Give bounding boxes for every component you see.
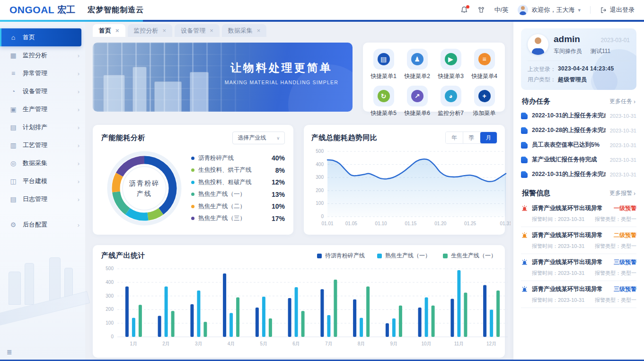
legend-dot <box>191 205 194 208</box>
period-toggle[interactable]: 年 <box>446 132 463 143</box>
theme-skin-icon[interactable] <box>477 6 485 14</box>
chart-play-icon: ▶ <box>445 53 457 65</box>
select-caret-icon: ∨ <box>276 136 280 141</box>
chevron-right-icon: › <box>78 178 79 185</box>
svg-text:2月: 2月 <box>162 341 170 346</box>
sidebar-item-label: 监控分析 <box>23 51 47 60</box>
chevron-right-icon: › <box>78 221 79 229</box>
refresh-doc-icon: ↻ <box>378 90 390 102</box>
chevron-right-icon: › <box>78 70 79 77</box>
page-tab[interactable]: 数据采集 × <box>222 24 267 37</box>
monitor-analysis-icon: ▦ <box>9 52 17 59</box>
quick-menu-label: 快捷菜单1 <box>367 72 400 80</box>
sidebar-item[interactable]: ◔ 设备管理 › <box>0 82 85 100</box>
selector-value: 选择产业线 <box>238 134 266 142</box>
sidebar-item[interactable]: ▥ 工艺管理 › <box>0 136 85 154</box>
quick-menu-item[interactable]: ↗ 快捷菜单6 <box>400 86 434 117</box>
logout-button[interactable]: 退出登录 <box>600 6 635 14</box>
equipment-manage-icon: ◔ <box>9 88 17 95</box>
todo-item[interactable]: 员工表表空值率已达到5% 2023-10-31 <box>521 138 636 152</box>
ongoal-logo: ONGOAL <box>9 4 54 16</box>
quick-menu-item[interactable]: ▶ 快捷菜单3 <box>434 49 468 80</box>
period-toggle[interactable]: 季 <box>463 132 480 143</box>
main-content: 首页 × 监控分析 × 设备管理 × 数据采集 × <box>85 22 513 360</box>
sidebar-item[interactable]: ⌂ 首页 <box>0 28 81 46</box>
sidebar-item[interactable]: ≡ 异常管理 › <box>0 64 85 82</box>
user-info-card: admin 2023-03-01 车间操作员 测试111 上次登录： 3023-… <box>521 28 636 90</box>
bar-chart-legend: 待沥青粉碎产线 熟焦生产线（一） 生焦生产线（一） <box>317 252 496 260</box>
chevron-right-icon: › <box>78 52 79 59</box>
bar-legend-item: 待沥青粉碎产线 <box>317 252 365 260</box>
todo-item[interactable]: 某产业线汇报任务待完成 2023-10-31 <box>521 152 636 167</box>
user-menu[interactable]: 欢迎你，王大海 ▾ <box>518 5 581 15</box>
svg-text:4月: 4月 <box>228 341 235 346</box>
quick-menu-label: 快捷菜单2 <box>400 72 434 80</box>
quick-menu-item[interactable]: + 添加菜单 <box>468 86 501 117</box>
donut-center-label: 沥青粉碎 产线 <box>101 145 187 231</box>
add-menu-icon: + <box>478 90 491 102</box>
close-icon[interactable]: × <box>210 27 213 34</box>
svg-text:01.25: 01.25 <box>464 221 476 226</box>
alarm-item[interactable]: 沥青产业线某环节出现异常 二级预警 报警时间：2023-10-31 报警类型：类… <box>521 227 636 254</box>
user-date: 2023-03-01 <box>601 37 630 44</box>
chevron-right-icon: › <box>634 190 635 197</box>
user-type-value: 超级管理员 <box>558 76 587 84</box>
energy-card-title: 产能能耗分析 <box>101 133 145 142</box>
alarm-item[interactable]: 沥青产业线某环节出现异常 一级预警 报警时间：2023-10-31 报警类型：类… <box>521 200 636 227</box>
sidebar-item[interactable]: ▣ 生产管理 › <box>0 100 85 118</box>
more-tasks-link[interactable]: 更多任务 › <box>609 97 635 106</box>
sidebar-item[interactable]: ◫ 平台建模 › <box>0 172 85 190</box>
notification-bell-icon[interactable] <box>460 6 468 14</box>
sidebar-item[interactable]: ⚙ 后台配置 › <box>0 216 85 234</box>
page-tab[interactable]: 监控分析 × <box>128 24 173 37</box>
collapse-sidebar-icon[interactable]: ≣ <box>7 348 12 356</box>
line-output-card: 产线产出统计 待沥青粉碎产线 熟焦生产线（一） <box>93 245 505 358</box>
quick-menu-item[interactable]: ▤ 快捷菜单1 <box>367 49 400 80</box>
language-toggle[interactable]: 中/英 <box>494 6 509 14</box>
header-divider <box>590 6 591 14</box>
sidebar-item[interactable]: ▤ 日志管理 › <box>0 190 85 208</box>
page-tab[interactable]: 首页 × <box>93 24 125 37</box>
alarm-item[interactable]: 沥青产业线某环节出现异常 三级预警 报警时间：2023-10-31 报警类型：类… <box>521 254 636 281</box>
quick-menu-item[interactable]: ≡ 快捷菜单4 <box>468 49 501 80</box>
page-tab[interactable]: 设备管理 × <box>175 24 220 37</box>
svg-text:8月: 8月 <box>358 341 365 346</box>
legend-item: 生焦投料、烘干产线 8% <box>191 166 285 174</box>
sidebar-item-label: 日志管理 <box>23 195 47 203</box>
sidebar-item[interactable]: ◎ 数据采集 › <box>0 154 85 172</box>
quick-menu-item[interactable]: ♟ 快捷菜单2 <box>400 49 434 80</box>
period-toggle[interactable]: 月 <box>480 132 497 143</box>
sidebar-item-label: 生产管理 <box>23 105 47 114</box>
donut-legend: 沥青粉碎产线 40% 生焦投料、烘干产线 8% <box>191 154 285 223</box>
close-icon[interactable]: × <box>163 27 167 34</box>
svg-text:12月: 12月 <box>486 341 496 346</box>
alarm-item[interactable]: 沥青产业线某环节出现异常 三级预警 报警时间：2023-10-31 报警类型：类… <box>521 281 636 308</box>
legend-item: 熟焦生产线（一） 13% <box>191 190 285 198</box>
period-toggle-group: 年 季 月 <box>445 132 497 144</box>
ongoal-logo-cn: 宏工 <box>57 4 75 16</box>
alarm-level-badge: 三级预警 <box>614 258 636 266</box>
line-selector-dropdown[interactable]: 选择产业线 ∨ <box>232 132 285 144</box>
sidebar-item[interactable]: ▤ 计划排产 › <box>0 118 85 136</box>
close-icon[interactable]: × <box>115 27 119 34</box>
svg-text:0: 0 <box>111 334 114 339</box>
process-manage-icon: ▥ <box>9 141 17 149</box>
todo-item[interactable]: 2022-10-28的上报任务未完成 2023-10-31 <box>521 123 636 138</box>
quick-menu-label: 快捷菜单4 <box>468 72 501 80</box>
sidebar-item[interactable]: ▦ 监控分析 › <box>0 46 85 64</box>
list-search-icon: ≡ <box>478 53 491 65</box>
more-alarms-link[interactable]: 更多报警 › <box>609 189 635 197</box>
todo-item[interactable]: 2022-10-31的上报任务未完成 2023-10-31 <box>521 108 636 123</box>
close-icon[interactable]: × <box>257 27 261 34</box>
chevron-right-icon: › <box>78 88 79 95</box>
alarm-level-badge: 一级预警 <box>614 204 636 212</box>
right-panel: admin 2023-03-01 车间操作员 测试111 上次登录： 3023-… <box>513 22 644 360</box>
svg-text:300: 300 <box>316 175 324 180</box>
energy-trend-chart: 010020030040050001.0101.0501.1001.1501.2… <box>311 147 497 229</box>
sidebar-item-label: 数据采集 <box>23 159 47 167</box>
legend-dot <box>443 254 448 258</box>
quick-menu-item[interactable]: ◕ 监控分析7 <box>434 86 468 117</box>
todo-section-title: 待办任务 <box>522 97 550 106</box>
todo-item[interactable]: 2022-10-31的上报任务未完成 2023-10-31 <box>521 167 636 182</box>
quick-menu-item[interactable]: ↻ 快捷菜单5 <box>367 86 400 117</box>
